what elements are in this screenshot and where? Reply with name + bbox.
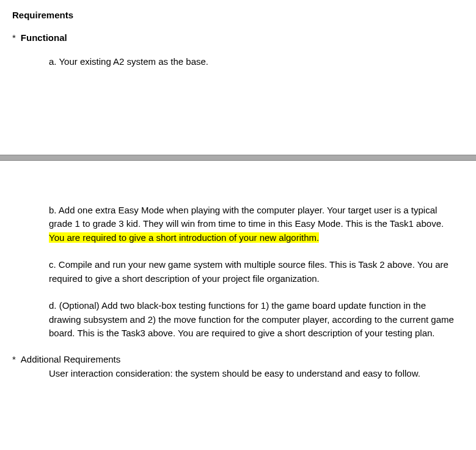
bullet-star: *: [12, 354, 16, 364]
functional-bullet: * Functional: [12, 32, 458, 43]
additional-label: Additional Requirements: [21, 354, 120, 364]
item-b-highlight: You are required to give a short introdu…: [49, 232, 319, 243]
item-b-text: b. Add one extra Easy Mode when playing …: [49, 205, 444, 229]
bullet-star: *: [12, 32, 16, 43]
page-top: Requirements * Functional a. Your existi…: [0, 0, 476, 155]
page-bottom: b. Add one extra Easy Mode when playing …: [0, 161, 476, 393]
additional-bullet: * Additional Requirements: [12, 354, 458, 364]
requirements-heading: Requirements: [12, 10, 458, 20]
item-d: d. (Optional) Add two black-box testing …: [49, 299, 458, 341]
item-a: a. Your existing A2 system as the base.: [49, 55, 458, 69]
item-b: b. Add one extra Easy Mode when playing …: [49, 204, 458, 245]
functional-label: Functional: [21, 32, 67, 43]
additional-text: User interaction consideration: the syst…: [49, 367, 458, 381]
item-c: c. Compile and run your new game system …: [49, 258, 458, 286]
page-break: [0, 155, 476, 161]
